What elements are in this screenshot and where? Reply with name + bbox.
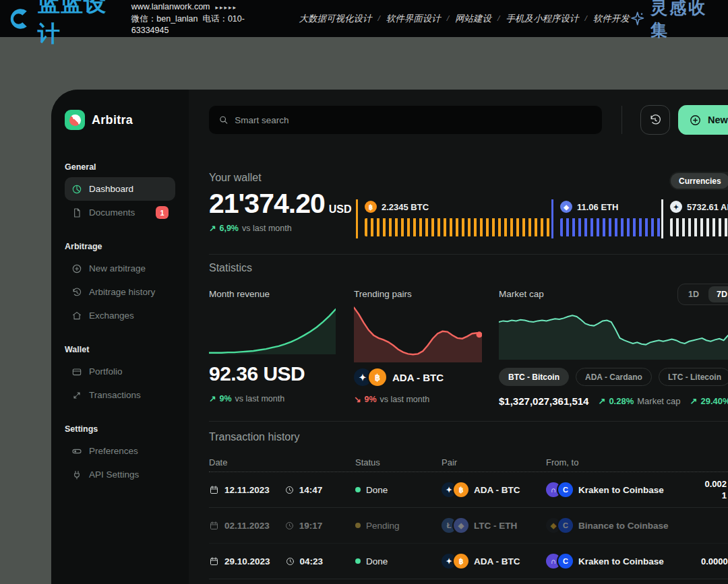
clock-icon — [285, 556, 295, 566]
up-arrow-icon: ↗ — [598, 396, 605, 406]
page: 蓝蓝设计 www.lanlanwork.com▸▸▸▸▸ 微信：ben_lanl… — [0, 0, 728, 584]
nav-item-website[interactable]: 网站建设 — [455, 13, 491, 25]
nav-item-mobile[interactable]: 手机及小程序设计 — [506, 13, 578, 25]
table-row[interactable]: 02.11.2023 19:17 Pending Ł◆LTC - ETH ◆CB… — [209, 508, 728, 544]
sidebar-item-dashboard[interactable]: Dashboard — [65, 177, 175, 201]
lanlan-logo-icon — [9, 5, 34, 32]
volume-delta: ↗ 29.40% Volume (24h) — [690, 396, 728, 406]
site-nav: 大数据可视化设计 / 软件界面设计 / 网站建设 / 手机及小程序设计 / 软件… — [299, 13, 629, 25]
topbar-divider — [621, 106, 622, 134]
card-label: Trending pairs — [354, 289, 482, 299]
sidebar: Arbitra General Dashboard Documents 1 Ar… — [51, 90, 189, 584]
sidebar-item-label: Arbitrage history — [89, 287, 155, 297]
sidebar-item-portfolio[interactable]: Portfolio — [65, 360, 175, 383]
wallet-currency: USD — [329, 203, 352, 215]
arbitra-logo-icon — [65, 110, 85, 130]
trending-pair[interactable]: ✦ ฿ ADA - BTC — [354, 368, 482, 386]
inspiration-collect[interactable]: 灵感收集 — [630, 0, 719, 41]
up-arrow-icon: ↗ — [209, 223, 216, 233]
ada-icon: ✦ — [670, 201, 682, 213]
calendar-icon — [209, 556, 219, 566]
sidebar-section-wallet: Wallet Portfolio Transactions — [65, 345, 175, 407]
month-revenue-value: 92.36 USD — [209, 362, 338, 385]
table-header: Date Status Pair From, to — [209, 453, 728, 472]
nav-separator: / — [447, 13, 449, 24]
market-cap-footer: $1,327,027,361,514 ↗ 0.28% Market cap ↗ … — [499, 395, 728, 407]
search-input[interactable] — [235, 115, 593, 125]
toggle-icon — [71, 446, 82, 457]
sidebar-item-new-arbitrage[interactable]: New arbitrage — [65, 257, 175, 280]
wallet-delta: ↗ 6,9% vs last month — [209, 223, 292, 233]
chip-ltc[interactable]: LTC - Litecoin — [659, 368, 728, 386]
calendar-icon — [209, 521, 219, 531]
holding-stripes — [670, 218, 728, 236]
site-logo[interactable]: 蓝蓝设计 — [9, 0, 121, 49]
btc-icon: ฿ — [454, 482, 468, 497]
app-brand[interactable]: Arbitra — [65, 110, 175, 130]
clock-icon — [284, 485, 295, 495]
transactions-arrows-icon — [71, 390, 82, 401]
tab-7d[interactable]: 7D — [708, 286, 728, 302]
status-text: Pending — [366, 521, 400, 531]
history-icon — [71, 287, 82, 298]
sidebar-item-preferences[interactable]: Preferences — [65, 439, 175, 463]
down-arrow-icon: ↘ — [354, 394, 361, 404]
sidebar-item-api-settings[interactable]: API Settings — [65, 463, 175, 486]
section-divider — [209, 421, 728, 422]
dashboard-icon — [71, 184, 82, 195]
col-pair: Pair — [442, 457, 546, 467]
chip-ada[interactable]: ADA - Cardano — [576, 368, 652, 386]
holding-ada[interactable]: ✦5732.61 ADA — [661, 199, 728, 238]
month-revenue-chart — [209, 306, 338, 354]
btc-icon: ฿ — [365, 201, 377, 213]
site-logo-text: 蓝蓝设计 — [38, 0, 121, 49]
sidebar-item-arbitrage-history[interactable]: Arbitrage history — [65, 280, 175, 304]
table-row[interactable]: 29.10.2023 04:23 Done ✦฿ADA - BTC ∩CKrak… — [209, 544, 728, 579]
site-url[interactable]: www.lanlanwork.com — [131, 2, 210, 11]
status-dot — [355, 523, 361, 528]
arrow-marks: ▸▸▸▸▸ — [216, 4, 238, 11]
sidebar-item-label: New arbitrage — [89, 263, 146, 273]
site-contact: www.lanlanwork.com▸▸▸▸▸ 微信：ben_lanlan 电话… — [131, 1, 268, 36]
holding-stripes — [365, 218, 551, 236]
sidebar-item-label: Dashboard — [89, 184, 133, 194]
app-brand-name: Arbitra — [92, 113, 133, 127]
holding-eth[interactable]: ◆11.06 ETH — [551, 199, 661, 238]
new-arbitrage-button[interactable]: New arbitrage — [678, 105, 728, 135]
col-status: Status — [355, 457, 442, 467]
sidebar-item-label: Transactions — [89, 390, 141, 400]
market-cap-chart — [499, 306, 728, 360]
plug-icon — [71, 469, 82, 480]
up-arrow-icon: ↗ — [690, 396, 698, 406]
status-dot — [355, 558, 361, 564]
history-button[interactable] — [640, 105, 670, 135]
nav-item-software-ui[interactable]: 软件界面设计 — [386, 13, 441, 25]
collect-label: 灵感收集 — [650, 0, 719, 41]
sidebar-item-exchanges[interactable]: Exchanges — [65, 304, 175, 327]
toggle-currencies[interactable]: Currencies — [671, 173, 728, 189]
nav-item-bigdata[interactable]: 大数据可视化设计 — [299, 13, 371, 25]
status-text: Done — [366, 485, 388, 495]
sparkle-star-icon — [630, 10, 645, 28]
eth-icon: ◆ — [560, 201, 572, 213]
section-divider — [209, 254, 728, 255]
coinbase-icon: C — [558, 554, 573, 569]
nav-separator: / — [497, 13, 499, 24]
sidebar-item-transactions[interactable]: Transactions — [65, 383, 175, 407]
col-from-to: From, to — [546, 457, 701, 467]
card-label: Month revenue — [209, 289, 338, 299]
table-row[interactable]: 12.11.2023 14:47 Done ✦฿ADA - BTC ∩CKrak… — [209, 472, 728, 508]
status-text: Done — [366, 556, 388, 566]
nav-item-dev[interactable]: 软件开发 — [593, 13, 630, 25]
coinbase-icon: C — [558, 518, 573, 533]
chip-btc[interactable]: BTC - Bitcoin — [499, 368, 569, 386]
section-label: Arbitrage — [65, 242, 175, 251]
coin-chips: BTC - Bitcoin ADA - Cardano LTC - Liteco… — [499, 368, 728, 386]
tab-1d[interactable]: 1D — [680, 286, 707, 302]
statistics-title: Statistics — [209, 262, 252, 274]
search-bar — [209, 106, 602, 134]
trending-pairs-delta: ↘ 9% vs last month — [354, 394, 482, 404]
month-revenue-card: Month revenue 92.36 USD ↗ 9% vs last mon… — [209, 289, 338, 403]
holding-btc[interactable]: ฿2.2345 BTC — [356, 199, 551, 238]
sidebar-item-documents[interactable]: Documents 1 — [65, 201, 175, 224]
